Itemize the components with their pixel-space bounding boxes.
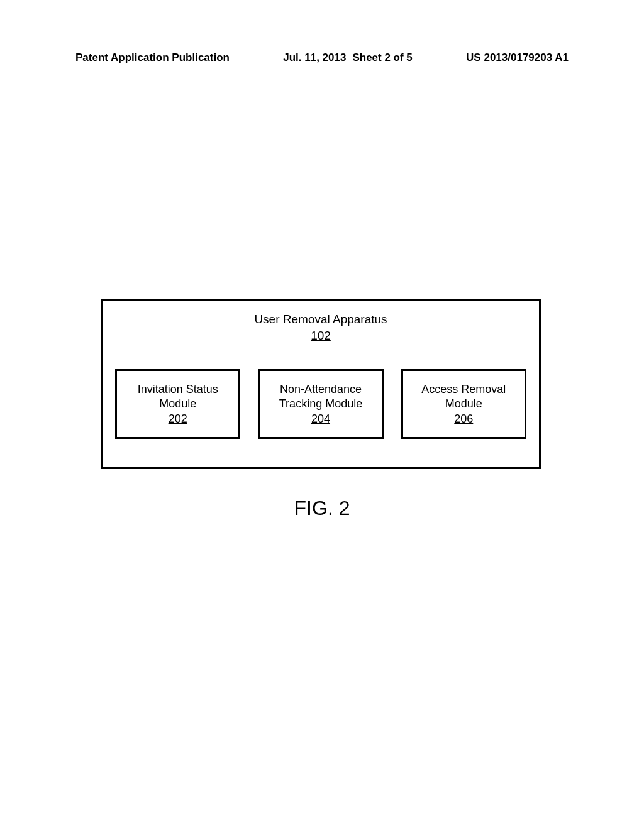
module-box-non-attendance-tracking: Non-Attendance Tracking Module 204 (258, 369, 383, 440)
module-title-line: Tracking Module (279, 397, 362, 411)
diagram-area: User Removal Apparatus 102 Invitation St… (101, 299, 541, 469)
figure-label: FIG. 2 (0, 497, 644, 520)
module-title-line: Module (445, 397, 482, 411)
module-box-access-removal: Access Removal Module 206 (401, 369, 526, 440)
outer-box-title: User Removal Apparatus (115, 312, 526, 328)
module-title-line: Access Removal (421, 382, 506, 397)
page-header: Patent Application Publication Jul. 11, … (0, 52, 644, 64)
module-box-invitation-status: Invitation Status Module 202 (115, 369, 240, 440)
publication-number: US 2013/0179203 A1 (466, 52, 569, 64)
outer-box-ref: 102 (311, 329, 331, 343)
outer-box-user-removal-apparatus: User Removal Apparatus 102 Invitation St… (101, 299, 541, 469)
module-ref: 206 (454, 412, 473, 426)
publication-date: Jul. 11, 2013 (283, 52, 346, 64)
module-title-line: Module (159, 397, 196, 411)
publication-label: Patent Application Publication (75, 52, 230, 64)
header-center: Jul. 11, 2013 Sheet 2 of 5 (283, 52, 413, 64)
modules-row: Invitation Status Module 202 Non-Attenda… (115, 369, 526, 440)
module-ref: 202 (169, 412, 187, 426)
module-title-line: Invitation Status (138, 382, 218, 397)
module-ref: 204 (311, 412, 330, 426)
module-title-line: Non-Attendance (280, 382, 362, 397)
sheet-info: Sheet 2 of 5 (352, 52, 412, 64)
